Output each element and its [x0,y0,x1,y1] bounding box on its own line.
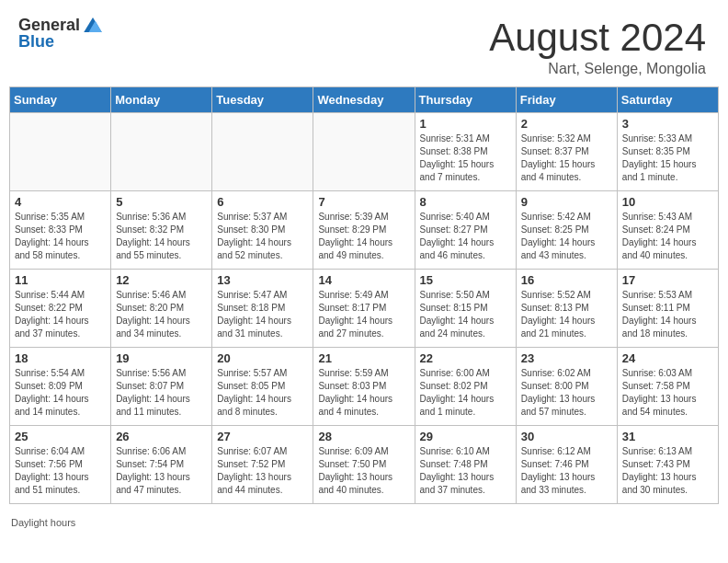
day-number: 21 [318,351,409,365]
calendar-cell: 1Sunrise: 5:31 AMSunset: 8:38 PMDaylight… [415,113,516,191]
day-number: 11 [15,273,106,287]
calendar-cell: 12Sunrise: 5:46 AMSunset: 8:20 PMDayligh… [111,270,212,348]
calendar-week-4: 18Sunrise: 5:54 AMSunset: 8:09 PMDayligh… [10,348,719,426]
day-number: 2 [521,117,612,131]
day-info: Sunrise: 5:39 AMSunset: 8:29 PMDaylight:… [318,211,409,262]
weekday-header-tuesday: Tuesday [212,87,313,113]
day-number: 5 [116,195,207,209]
calendar-cell: 9Sunrise: 5:42 AMSunset: 8:25 PMDaylight… [516,191,617,270]
day-info: Sunrise: 6:09 AMSunset: 7:50 PMDaylight:… [318,445,409,497]
calendar-week-1: 1Sunrise: 5:31 AMSunset: 8:38 PMDaylight… [10,113,719,191]
day-number: 4 [15,195,106,209]
day-info: Sunrise: 5:57 AMSunset: 8:05 PMDaylight:… [217,367,308,419]
day-info: Sunrise: 5:49 AMSunset: 8:17 PMDaylight:… [318,289,409,340]
day-number: 10 [622,195,713,209]
day-info: Sunrise: 5:54 AMSunset: 8:09 PMDaylight:… [15,367,106,419]
day-info: Sunrise: 5:42 AMSunset: 8:25 PMDaylight:… [521,211,612,262]
weekday-header-row: SundayMondayTuesdayWednesdayThursdayFrid… [10,87,719,113]
day-info: Sunrise: 5:40 AMSunset: 8:27 PMDaylight:… [420,211,511,262]
day-info: Sunrise: 6:04 AMSunset: 7:56 PMDaylight:… [15,445,106,497]
weekday-header-thursday: Thursday [415,87,516,113]
calendar-cell: 20Sunrise: 5:57 AMSunset: 8:05 PMDayligh… [212,348,313,426]
calendar-cell: 29Sunrise: 6:10 AMSunset: 7:48 PMDayligh… [415,426,516,504]
calendar-cell: 24Sunrise: 6:03 AMSunset: 7:58 PMDayligh… [617,348,718,426]
calendar-cell: 18Sunrise: 5:54 AMSunset: 8:09 PMDayligh… [10,348,111,426]
footer-note: Daylight hours [0,513,728,534]
weekday-header-wednesday: Wednesday [313,87,415,113]
day-info: Sunrise: 5:59 AMSunset: 8:03 PMDaylight:… [318,367,409,419]
day-number: 22 [420,351,511,365]
calendar-week-2: 4Sunrise: 5:35 AMSunset: 8:33 PMDaylight… [10,191,719,270]
logo-icon [84,17,102,32]
calendar-cell: 14Sunrise: 5:49 AMSunset: 8:17 PMDayligh… [313,270,415,348]
day-info: Sunrise: 5:36 AMSunset: 8:32 PMDaylight:… [116,211,207,262]
calendar-cell [111,113,212,191]
calendar-cell: 23Sunrise: 6:02 AMSunset: 8:00 PMDayligh… [516,348,617,426]
day-number: 12 [116,273,207,287]
day-info: Sunrise: 6:07 AMSunset: 7:52 PMDaylight:… [217,445,308,497]
calendar-cell: 3Sunrise: 5:33 AMSunset: 8:35 PMDaylight… [617,113,718,191]
day-number: 20 [217,351,308,365]
day-number: 7 [318,195,409,209]
day-number: 17 [622,273,713,287]
day-info: Sunrise: 5:52 AMSunset: 8:13 PMDaylight:… [521,289,612,340]
calendar-cell: 2Sunrise: 5:32 AMSunset: 8:37 PMDaylight… [516,113,617,191]
day-number: 14 [318,273,409,287]
calendar-week-3: 11Sunrise: 5:44 AMSunset: 8:22 PMDayligh… [10,270,719,348]
day-number: 25 [15,430,106,443]
day-number: 8 [420,195,511,209]
day-info: Sunrise: 6:03 AMSunset: 7:58 PMDaylight:… [622,367,713,419]
day-number: 9 [521,195,612,209]
calendar-cell: 13Sunrise: 5:47 AMSunset: 8:18 PMDayligh… [212,270,313,348]
calendar-cell [212,113,313,191]
day-info: Sunrise: 5:31 AMSunset: 8:38 PMDaylight:… [420,132,511,184]
title-area: August 2024 Nart, Selenge, Mongolia [489,17,706,77]
day-number: 28 [318,430,409,443]
calendar-wrapper: SundayMondayTuesdayWednesdayThursdayFrid… [0,86,728,513]
weekday-header-sunday: Sunday [10,87,111,113]
calendar-table: SundayMondayTuesdayWednesdayThursdayFrid… [9,86,719,504]
day-number: 18 [15,351,106,365]
day-info: Sunrise: 5:32 AMSunset: 8:37 PMDaylight:… [521,132,612,184]
day-number: 24 [622,351,713,365]
calendar-cell [10,113,111,191]
calendar-cell: 4Sunrise: 5:35 AMSunset: 8:33 PMDaylight… [10,191,111,270]
day-info: Sunrise: 6:06 AMSunset: 7:54 PMDaylight:… [116,445,207,497]
day-info: Sunrise: 6:00 AMSunset: 8:02 PMDaylight:… [420,367,511,419]
calendar-cell: 22Sunrise: 6:00 AMSunset: 8:02 PMDayligh… [415,348,516,426]
day-number: 31 [622,430,713,443]
calendar-cell: 15Sunrise: 5:50 AMSunset: 8:15 PMDayligh… [415,270,516,348]
calendar-cell: 8Sunrise: 5:40 AMSunset: 8:27 PMDaylight… [415,191,516,270]
calendar-cell: 30Sunrise: 6:12 AMSunset: 7:46 PMDayligh… [516,426,617,504]
calendar-cell: 7Sunrise: 5:39 AMSunset: 8:29 PMDaylight… [313,191,415,270]
calendar-cell: 11Sunrise: 5:44 AMSunset: 8:22 PMDayligh… [10,270,111,348]
day-number: 27 [217,430,308,443]
calendar-cell: 28Sunrise: 6:09 AMSunset: 7:50 PMDayligh… [313,426,415,504]
day-number: 19 [116,351,207,365]
logo-general-text: General [18,17,80,33]
day-info: Sunrise: 5:50 AMSunset: 8:15 PMDaylight:… [420,289,511,340]
day-number: 3 [622,117,713,131]
calendar-cell: 27Sunrise: 6:07 AMSunset: 7:52 PMDayligh… [212,426,313,504]
day-info: Sunrise: 5:37 AMSunset: 8:30 PMDaylight:… [217,211,308,262]
day-info: Sunrise: 6:13 AMSunset: 7:43 PMDaylight:… [622,445,713,497]
calendar-cell [313,113,415,191]
day-info: Sunrise: 6:10 AMSunset: 7:48 PMDaylight:… [420,445,511,497]
day-info: Sunrise: 5:46 AMSunset: 8:20 PMDaylight:… [116,289,207,340]
day-number: 30 [521,430,612,443]
day-number: 16 [521,273,612,287]
day-number: 26 [116,430,207,443]
weekday-header-monday: Monday [111,87,212,113]
calendar-cell: 17Sunrise: 5:53 AMSunset: 8:11 PMDayligh… [617,270,718,348]
month-title: August 2024 [489,17,706,59]
day-info: Sunrise: 5:33 AMSunset: 8:35 PMDaylight:… [622,132,713,184]
day-number: 23 [521,351,612,365]
day-info: Sunrise: 6:02 AMSunset: 8:00 PMDaylight:… [521,367,612,419]
day-number: 15 [420,273,511,287]
weekday-header-friday: Friday [516,87,617,113]
calendar-cell: 19Sunrise: 5:56 AMSunset: 8:07 PMDayligh… [111,348,212,426]
calendar-cell: 6Sunrise: 5:37 AMSunset: 8:30 PMDaylight… [212,191,313,270]
location-title: Nart, Selenge, Mongolia [489,61,706,77]
calendar-cell: 16Sunrise: 5:52 AMSunset: 8:13 PMDayligh… [516,270,617,348]
calendar-cell: 26Sunrise: 6:06 AMSunset: 7:54 PMDayligh… [111,426,212,504]
